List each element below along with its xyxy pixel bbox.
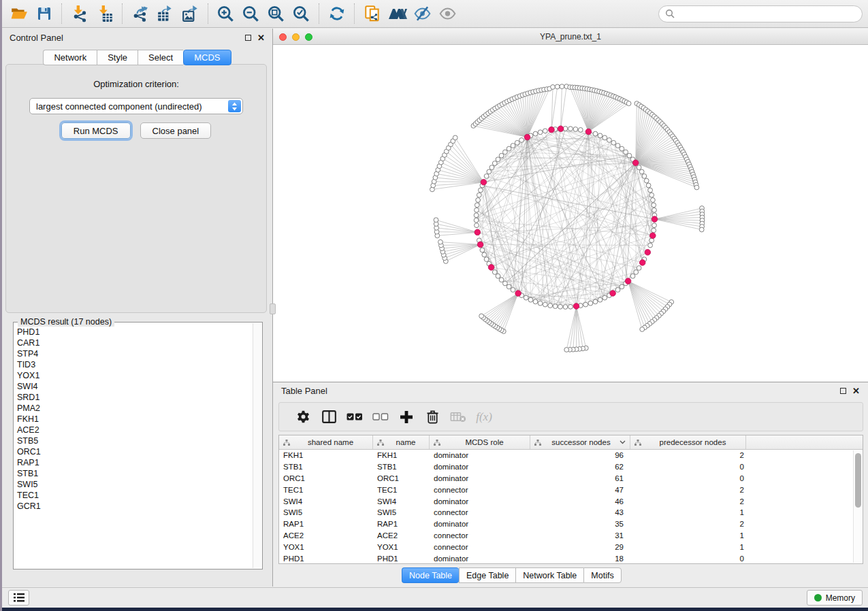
export-network-icon — [131, 5, 149, 22]
mcds-result-item[interactable]: CAR1 — [14, 337, 252, 348]
mcds-result-item[interactable]: PMA2 — [14, 403, 252, 414]
delete-table-button[interactable] — [445, 406, 471, 429]
table-cell: ORC1 — [279, 473, 373, 484]
table-cell: 0 — [630, 461, 746, 473]
float-table-panel-icon[interactable] — [840, 388, 846, 394]
function-builder-button[interactable]: f(x) — [471, 406, 497, 429]
first-neighbors-button[interactable] — [385, 2, 410, 25]
table-mode-button[interactable] — [290, 406, 316, 429]
task-history-button[interactable] — [8, 590, 29, 606]
table-cell: 18 — [530, 553, 630, 564]
close-window-icon[interactable] — [279, 33, 287, 41]
mcds-result-item[interactable]: PHD1 — [14, 327, 252, 337]
update-view-button[interactable] — [324, 2, 349, 25]
memory-button[interactable]: Memory — [807, 590, 863, 606]
table-row[interactable]: ORC1ORC1dominator610 — [279, 473, 863, 484]
mcds-list-scrollbar[interactable] — [253, 323, 261, 568]
hide-selected-button[interactable] — [410, 2, 435, 25]
tab-mcds[interactable]: MCDS — [183, 50, 231, 65]
mcds-result-item[interactable]: RAP1 — [14, 457, 252, 468]
network-view: YPA_prune.txt_1 — [273, 29, 868, 382]
maximize-window-icon[interactable] — [305, 33, 312, 41]
tab-motifs[interactable]: Motifs — [583, 567, 621, 583]
column-header-predecessor-nodes[interactable]: predecessor nodes — [630, 435, 746, 449]
table-scrollbar-thumb[interactable] — [855, 453, 861, 508]
table-cell: 62 — [530, 461, 630, 473]
mcds-result-item[interactable]: SRD1 — [14, 392, 252, 403]
mcds-result-item[interactable]: STB1 — [14, 468, 252, 479]
mcds-result-item[interactable]: TID3 — [14, 359, 252, 370]
close-table-panel-icon[interactable]: ✕ — [852, 386, 860, 395]
close-panel-icon[interactable]: ✕ — [257, 33, 265, 42]
deselect-all-button[interactable] — [368, 406, 393, 429]
table-row[interactable]: SWI5SWI5connector431 — [279, 507, 863, 518]
import-table-button[interactable] — [92, 2, 117, 25]
network-window-titlebar[interactable]: YPA_prune.txt_1 — [273, 29, 868, 45]
mcds-result-item[interactable]: FKH1 — [14, 414, 252, 425]
table-cell: SWI5 — [279, 507, 373, 518]
table-row[interactable]: FKH1FKH1dominator962 — [279, 450, 863, 461]
dropdown-stepper-icon[interactable] — [228, 100, 241, 112]
network-canvas[interactable] — [273, 45, 868, 382]
tab-node-table[interactable]: Node Table — [402, 567, 459, 583]
minimize-window-icon[interactable] — [292, 33, 300, 41]
column-header-name[interactable]: name — [373, 435, 430, 449]
zoom-fit-button[interactable] — [263, 2, 289, 25]
table-row[interactable]: ACE2ACE2connector311 — [279, 530, 863, 542]
table-cell: ORC1 — [373, 473, 430, 484]
import-network-button[interactable] — [67, 2, 92, 25]
delete-columns-button[interactable] — [419, 406, 445, 429]
table-toolbar: f(x) — [278, 402, 863, 431]
zoom-out-button[interactable] — [238, 2, 263, 25]
network-report-button[interactable] — [359, 2, 385, 25]
export-table-button[interactable] — [152, 2, 178, 25]
tab-edge-table[interactable]: Edge Table — [459, 567, 515, 583]
mcds-result-item[interactable]: GCR1 — [14, 501, 252, 512]
zoom-in-button[interactable] — [213, 2, 238, 25]
eye-icon — [438, 5, 457, 22]
create-column-button[interactable] — [393, 406, 419, 429]
panel-splitter-grip[interactable] — [270, 303, 276, 314]
show-all-button[interactable] — [435, 2, 460, 25]
search-input[interactable] — [679, 9, 856, 19]
export-network-button[interactable] — [127, 2, 152, 25]
mcds-result-item[interactable]: ORC1 — [14, 446, 252, 457]
mcds-result-item[interactable]: TEC1 — [14, 490, 252, 501]
table-scrollbar[interactable] — [853, 450, 862, 563]
zoom-selected-button[interactable] — [289, 2, 314, 25]
mcds-result-item[interactable]: YOX1 — [14, 370, 252, 381]
column-header-shared-name[interactable]: shared name — [279, 435, 373, 449]
tab-style[interactable]: Style — [97, 50, 138, 65]
open-file-button[interactable] — [6, 2, 31, 25]
column-header-MCDS-role[interactable]: MCDS role — [430, 435, 530, 449]
table-row[interactable]: SWI4SWI4dominator462 — [279, 496, 863, 508]
close-panel-button[interactable]: Close panel — [140, 122, 212, 139]
column-header-successor-nodes[interactable]: successor nodes — [530, 435, 630, 449]
table-row[interactable]: STB1STB1dominator620 — [279, 461, 863, 473]
table-cell: TEC1 — [373, 484, 430, 496]
export-image-button[interactable] — [178, 2, 203, 25]
save-session-button[interactable] — [31, 2, 57, 25]
table-cell: connector — [430, 507, 530, 518]
mcds-result-item[interactable]: SWI5 — [14, 479, 252, 490]
select-all-button[interactable] — [342, 406, 368, 429]
mcds-result-item[interactable]: ACE2 — [14, 425, 252, 435]
mcds-result-item[interactable]: STP4 — [14, 348, 252, 359]
table-row[interactable]: PHD1PHD1dominator180 — [279, 553, 863, 564]
float-panel-icon[interactable] — [245, 35, 251, 41]
table-cell: 35 — [530, 518, 630, 530]
tab-select[interactable]: Select — [138, 50, 183, 65]
tab-network[interactable]: Network — [43, 50, 97, 65]
mcds-result-item[interactable]: SWI4 — [14, 381, 252, 392]
table-row[interactable]: TEC1TEC1connector472 — [279, 484, 863, 496]
mcds-result-item[interactable]: STB5 — [14, 435, 252, 446]
table-row[interactable]: RAP1RAP1dominator352 — [279, 518, 863, 530]
tab-network-table[interactable]: Network Table — [515, 567, 583, 583]
table-row[interactable]: YOX1YOX1connector291 — [279, 542, 863, 553]
mcds-tab-content: Optimization criterion: largest connecte… — [5, 64, 267, 313]
node-table: shared namenameMCDS rolesuccessor nodesp… — [278, 435, 863, 564]
search-field[interactable] — [658, 5, 863, 22]
run-mcds-button[interactable]: Run MCDS — [61, 122, 131, 139]
show-hide-columns-button[interactable] — [316, 406, 342, 429]
criterion-dropdown[interactable]: largest connected component (undirected) — [29, 98, 243, 114]
